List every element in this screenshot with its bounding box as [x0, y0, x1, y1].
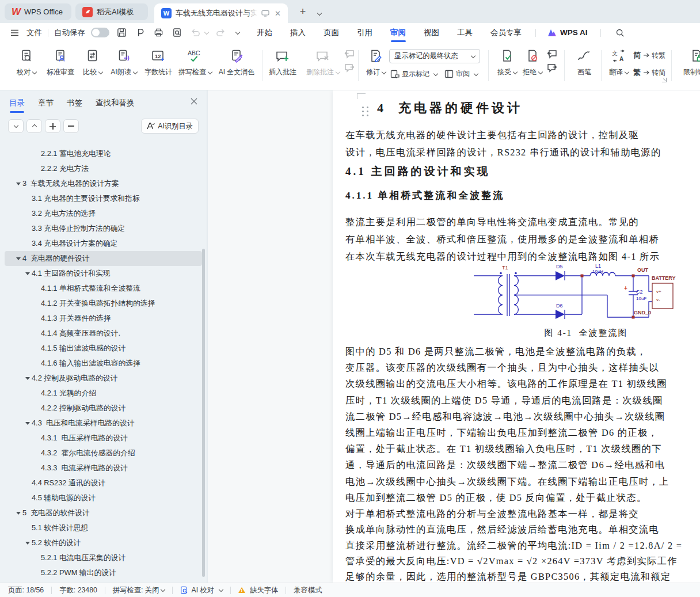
file-menu[interactable]: 文件 — [26, 28, 42, 38]
document-page[interactable]: 4 充电器的硬件设计 在车载无线充电器的硬件设计主要包括有主回路的设计，控制及驱… — [333, 90, 700, 583]
expand-all-button[interactable] — [45, 119, 60, 133]
toc-item[interactable]: 4.1.5 输出滤波电感的设计 — [5, 341, 202, 356]
save-icon[interactable] — [115, 26, 128, 39]
toc-item[interactable]: 4.3.2 霍尔电流传感器的介绍 — [5, 446, 202, 461]
toc-item[interactable]: 4.5 辅助电源的设计 — [5, 490, 202, 505]
toc-item[interactable]: 3.3 充电停止控制方法的确定 — [5, 221, 202, 236]
brush-button[interactable]: 画笔 — [570, 47, 599, 77]
markup-state-select[interactable]: 显示标记的最终状态 — [389, 49, 480, 63]
word-count-button[interactable]: 12 字数统计 — [142, 47, 175, 77]
hamburger-menu-icon[interactable] — [8, 26, 21, 39]
proofread-button[interactable]: 校对 — [12, 47, 41, 77]
spell-check-button[interactable]: ABC 拼写检查 — [177, 47, 213, 77]
collapse-arrow-icon[interactable] — [32, 452, 41, 455]
ai-recognize-toc-button[interactable]: AI识别目录 — [141, 119, 199, 134]
toc-item[interactable]: 4.3.1 电压采样电路的设计 — [5, 431, 202, 446]
print-preview-icon[interactable] — [170, 26, 183, 39]
collapse-arrow-icon[interactable] — [32, 362, 41, 365]
toc-item[interactable]: 4.1.1 单相桥式整流和全波整流 — [5, 281, 202, 296]
tab-docer-ai[interactable]: 稻壳AI模板 — [75, 3, 148, 20]
collapse-arrow-icon[interactable] — [14, 182, 22, 185]
word-count-indicator[interactable]: 字数: 23480 — [59, 585, 97, 595]
toc-item[interactable]: 5.1 软件设计思想 — [5, 520, 202, 535]
accept-button[interactable]: 接受 — [494, 47, 520, 77]
traditional-to-simplified-button[interactable]: 繁 转简 — [633, 67, 665, 78]
collapse-arrow-icon[interactable] — [32, 572, 41, 575]
sidebar-tab[interactable]: 书签 — [67, 98, 82, 113]
toc-item[interactable]: 5.2.2 PWM 输出的设计 — [5, 565, 202, 580]
menu-tab[interactable]: 工具 — [456, 24, 474, 42]
simplified-to-traditional-button[interactable]: 简 转繁 — [633, 50, 665, 60]
toc-item[interactable]: 2.2.1 蓄电池充电理论 — [5, 146, 202, 161]
standard-review-button[interactable]: 标准审查 — [44, 47, 77, 77]
toc-item[interactable]: 2.2.2 充电方法 — [5, 161, 202, 176]
quick-access-chevron-icon[interactable] — [235, 29, 240, 34]
close-tab-icon[interactable]: ✕ — [275, 9, 281, 18]
toc-item[interactable]: 4.4 RS232 通讯的设计 — [5, 476, 202, 490]
print-icon[interactable] — [152, 26, 165, 39]
toc-item[interactable]: 5 充电器的软件设计 — [5, 505, 202, 520]
undo-icon[interactable] — [189, 26, 201, 39]
toc-item[interactable]: 4 充电器的硬件设计 — [5, 251, 202, 266]
delete-comment-button[interactable]: 删除批注 — [303, 47, 343, 77]
collapse-arrow-icon[interactable] — [23, 212, 32, 215]
collapse-arrow-icon[interactable] — [32, 437, 41, 440]
toc-item[interactable]: 3 车载无线充电器的设计方案 — [5, 176, 202, 191]
screen-share-icon[interactable] — [261, 10, 269, 17]
toc-item[interactable]: 3.1 充电器的主要设计要求和指标 — [5, 191, 202, 206]
collapse-arrow-icon[interactable] — [23, 542, 32, 545]
spell-check-status[interactable]: 拼写检查: 关闭 — [113, 585, 165, 595]
previous-change-icon[interactable] — [547, 50, 557, 59]
collapse-arrow-icon[interactable] — [32, 317, 41, 320]
collapse-arrow-icon[interactable] — [32, 302, 41, 305]
collapse-arrow-icon[interactable] — [14, 257, 22, 260]
menu-tab[interactable]: 页面 — [322, 24, 340, 42]
dialog-launcher-icon[interactable] — [662, 78, 667, 82]
compare-button[interactable]: 比较 — [79, 47, 106, 77]
menu-tab[interactable]: 视图 — [423, 24, 440, 42]
paragraph-drag-handle-icon[interactable] — [362, 107, 371, 118]
collapse-arrow-icon[interactable] — [23, 197, 32, 200]
toc-item[interactable]: 5.2 软件的设计 — [5, 535, 202, 550]
wps-ai-button[interactable]: WPS AI — [547, 28, 588, 37]
collapse-arrow-icon[interactable] — [32, 347, 41, 350]
menu-tab[interactable]: 审阅 — [389, 24, 407, 42]
review-pane-button[interactable]: 审阅 — [444, 69, 478, 79]
collapse-arrow-icon[interactable] — [32, 287, 41, 290]
collapse-arrow-icon[interactable] — [32, 557, 41, 560]
sidebar-tab[interactable]: 查找和替换 — [96, 98, 135, 113]
collapse-arrow-icon[interactable] — [32, 153, 41, 155]
collapse-arrow-icon[interactable] — [32, 407, 41, 410]
translate-button[interactable]: 文A 翻译 — [606, 47, 632, 77]
collapse-arrow-icon[interactable] — [14, 512, 22, 515]
toc-item[interactable]: 4.1.4 高频变压器的设计. — [5, 326, 202, 341]
tab-document[interactable]: W 车载无线充电器设计与实现 ✕ — [154, 3, 288, 23]
menu-tab[interactable]: 引用 — [356, 24, 374, 42]
collapse-arrow-icon[interactable] — [32, 332, 41, 335]
collapse-arrow-icon[interactable] — [32, 168, 41, 170]
ai-proofread-status[interactable]: AI 校对 — [180, 585, 223, 595]
redo-icon[interactable] — [214, 26, 227, 39]
track-changes-button[interactable]: 修订 — [364, 47, 388, 77]
next-comment-icon[interactable] — [344, 63, 355, 73]
missing-font-warning[interactable]: 缺失字体 — [238, 585, 278, 595]
restrict-editing-button[interactable]: 限制编辑 — [677, 47, 700, 77]
expand-down-button[interactable] — [8, 119, 24, 133]
close-sidebar-icon[interactable] — [191, 98, 197, 105]
collapse-arrow-icon[interactable] — [23, 377, 32, 380]
menu-tab[interactable]: 插入 — [289, 24, 307, 42]
toc-item[interactable]: 4.1 主回路的设计和实现 — [5, 266, 202, 281]
toc-item[interactable]: 3.4 充电器设计方案的确定 — [5, 236, 202, 251]
toc-item[interactable]: 4.2 控制及驱动电路的设计 — [5, 371, 202, 386]
toc-item[interactable]: 4.1.2 开关变换电路拓扑结构的选择 — [5, 296, 202, 311]
toc-item[interactable]: 4.1.3 开关器件的选择 — [5, 311, 202, 326]
collapse-all-button[interactable] — [63, 119, 79, 133]
collapse-arrow-icon[interactable] — [32, 467, 41, 470]
toc-item[interactable]: 4.3.3 电流采样电路的设计 — [5, 461, 202, 476]
collapse-arrow-icon[interactable] — [23, 242, 32, 245]
reject-button[interactable]: 拒绝 — [519, 47, 546, 77]
toc-item[interactable]: 4.2.1 光耦的介绍 — [5, 386, 202, 401]
collapse-arrow-icon[interactable] — [23, 422, 32, 425]
collapse-arrow-icon[interactable] — [23, 272, 32, 275]
sidebar-tab[interactable]: 章节 — [38, 98, 54, 113]
